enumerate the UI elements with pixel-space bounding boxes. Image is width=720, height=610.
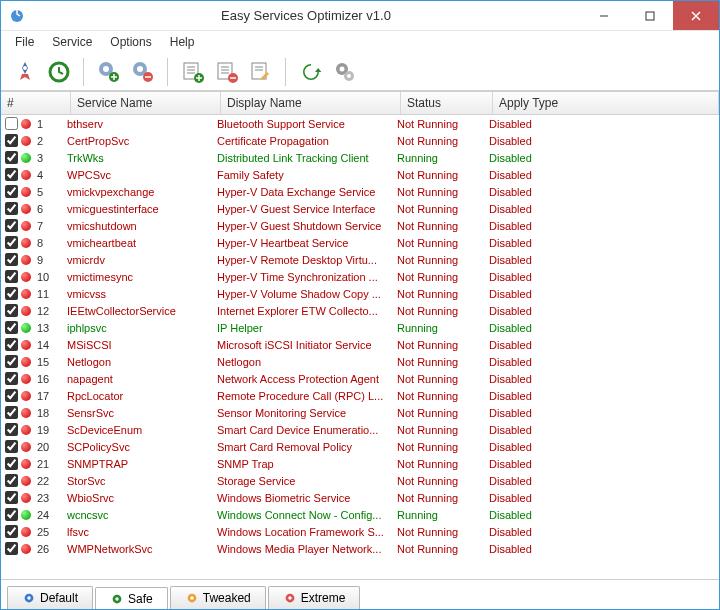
table-row[interactable]: 17RpcLocatorRemote Procedure Call (RPC) … [1, 387, 719, 404]
svg-point-37 [288, 596, 292, 600]
table-row[interactable]: 2CertPropSvcCertificate PropagationNot R… [1, 132, 719, 149]
table-row[interactable]: 26WMPNetworkSvcWindows Media Player Netw… [1, 540, 719, 557]
menu-options[interactable]: Options [102, 33, 159, 51]
status-dot-icon [21, 476, 31, 486]
table-row[interactable]: 7vmicshutdownHyper-V Guest Shutdown Serv… [1, 217, 719, 234]
row-checkbox[interactable] [5, 117, 18, 130]
row-checkbox[interactable] [5, 508, 18, 521]
tab-safe[interactable]: Safe [95, 587, 168, 610]
apply-type: Disabled [489, 407, 719, 419]
maximize-button[interactable] [627, 1, 673, 30]
row-checkbox[interactable] [5, 423, 18, 436]
row-checkbox[interactable] [5, 219, 18, 232]
row-checkbox[interactable] [5, 270, 18, 283]
status-text: Not Running [397, 390, 489, 402]
column-apply-type[interactable]: Apply Type [493, 92, 719, 114]
table-row[interactable]: 12IEEtwCollectorServiceInternet Explorer… [1, 302, 719, 319]
row-checkbox[interactable] [5, 355, 18, 368]
table-row[interactable]: 23WbioSrvcWindows Biometric ServiceNot R… [1, 489, 719, 506]
table-row[interactable]: 5vmickvpexchangeHyper-V Data Exchange Se… [1, 183, 719, 200]
menu-help[interactable]: Help [162, 33, 203, 51]
row-checkbox[interactable] [5, 202, 18, 215]
settings-icon[interactable] [331, 58, 359, 86]
table-row[interactable]: 19ScDeviceEnumSmart Card Device Enumerat… [1, 421, 719, 438]
row-checkbox[interactable] [5, 406, 18, 419]
row-number: 22 [37, 475, 67, 487]
row-checkbox[interactable] [5, 287, 18, 300]
table-row[interactable]: 24wcncsvcWindows Connect Now - Config...… [1, 506, 719, 523]
row-checkbox[interactable] [5, 525, 18, 538]
row-checkbox[interactable] [5, 542, 18, 555]
apply-type: Disabled [489, 441, 719, 453]
toolbar-separator [83, 58, 85, 86]
table-row[interactable]: 9vmicrdvHyper-V Remote Desktop Virtu...N… [1, 251, 719, 268]
row-checkbox[interactable] [5, 168, 18, 181]
minimize-button[interactable] [581, 1, 627, 30]
tab-default[interactable]: Default [7, 586, 93, 609]
svg-rect-2 [646, 12, 654, 20]
row-checkbox[interactable] [5, 151, 18, 164]
table-row[interactable]: 18SensrSvcSensor Monitoring ServiceNot R… [1, 404, 719, 421]
service-name: Netlogon [67, 356, 217, 368]
row-checkbox[interactable] [5, 389, 18, 402]
apply-type: Disabled [489, 526, 719, 538]
list-remove-icon[interactable] [213, 58, 241, 86]
column-status[interactable]: Status [401, 92, 493, 114]
list-edit-icon[interactable] [247, 58, 275, 86]
close-button[interactable] [673, 1, 719, 30]
row-checkbox[interactable] [5, 253, 18, 266]
table-row[interactable]: 1bthservBluetooth Support ServiceNot Run… [1, 115, 719, 132]
table-row[interactable]: 16napagentNetwork Access Protection Agen… [1, 370, 719, 387]
table-row[interactable]: 10vmictimesyncHyper-V Time Synchronizati… [1, 268, 719, 285]
table-row[interactable]: 22StorSvcStorage ServiceNot RunningDisab… [1, 472, 719, 489]
service-name: vmicvss [67, 288, 217, 300]
table-row[interactable]: 15NetlogonNetlogonNot RunningDisabled [1, 353, 719, 370]
row-checkbox[interactable] [5, 321, 18, 334]
tab-tweaked[interactable]: Tweaked [170, 586, 266, 609]
table-row[interactable]: 21SNMPTRAPSNMP TrapNot RunningDisabled [1, 455, 719, 472]
row-checkbox[interactable] [5, 338, 18, 351]
gear-icon [22, 591, 36, 605]
display-name: Network Access Protection Agent [217, 373, 397, 385]
table-row[interactable]: 4WPCSvcFamily SafetyNot RunningDisabled [1, 166, 719, 183]
table-row[interactable]: 13iphlpsvcIP HelperRunningDisabled [1, 319, 719, 336]
status-dot-icon [21, 136, 31, 146]
row-checkbox[interactable] [5, 236, 18, 249]
menu-service[interactable]: Service [44, 33, 100, 51]
menu-file[interactable]: File [7, 33, 42, 51]
rocket-icon[interactable] [11, 58, 39, 86]
apply-type: Disabled [489, 492, 719, 504]
row-checkbox[interactable] [5, 491, 18, 504]
gear-remove-icon[interactable] [129, 58, 157, 86]
restore-icon[interactable] [45, 58, 73, 86]
table-row[interactable]: 14MSiSCSIMicrosoft iSCSI Initiator Servi… [1, 336, 719, 353]
service-name: napagent [67, 373, 217, 385]
table-row[interactable]: 6vmicguestinterfaceHyper-V Guest Service… [1, 200, 719, 217]
status-dot-icon [21, 153, 31, 163]
status-text: Not Running [397, 186, 489, 198]
service-name: RpcLocator [67, 390, 217, 402]
row-checkbox[interactable] [5, 372, 18, 385]
table-row[interactable]: 3TrkWksDistributed Link Tracking ClientR… [1, 149, 719, 166]
column-number[interactable]: # [1, 92, 71, 114]
row-checkbox[interactable] [5, 474, 18, 487]
column-service-name[interactable]: Service Name [71, 92, 221, 114]
row-checkbox[interactable] [5, 185, 18, 198]
apply-type: Disabled [489, 424, 719, 436]
refresh-icon[interactable] [297, 58, 325, 86]
row-checkbox[interactable] [5, 457, 18, 470]
row-checkbox[interactable] [5, 134, 18, 147]
apply-type: Disabled [489, 475, 719, 487]
table-row[interactable]: 20SCPolicySvcSmart Card Removal PolicyNo… [1, 438, 719, 455]
table-row[interactable]: 11vmicvssHyper-V Volume Shadow Copy ...N… [1, 285, 719, 302]
list-add-icon[interactable] [179, 58, 207, 86]
row-checkbox[interactable] [5, 440, 18, 453]
table-row[interactable]: 25lfsvcWindows Location Framework S...No… [1, 523, 719, 540]
column-display-name[interactable]: Display Name [221, 92, 401, 114]
tab-extreme[interactable]: Extreme [268, 586, 361, 609]
status-dot-icon [21, 204, 31, 214]
table-row[interactable]: 8vmicheartbeatHyper-V Heartbeat ServiceN… [1, 234, 719, 251]
row-checkbox[interactable] [5, 304, 18, 317]
status-text: Not Running [397, 237, 489, 249]
gear-add-icon[interactable] [95, 58, 123, 86]
